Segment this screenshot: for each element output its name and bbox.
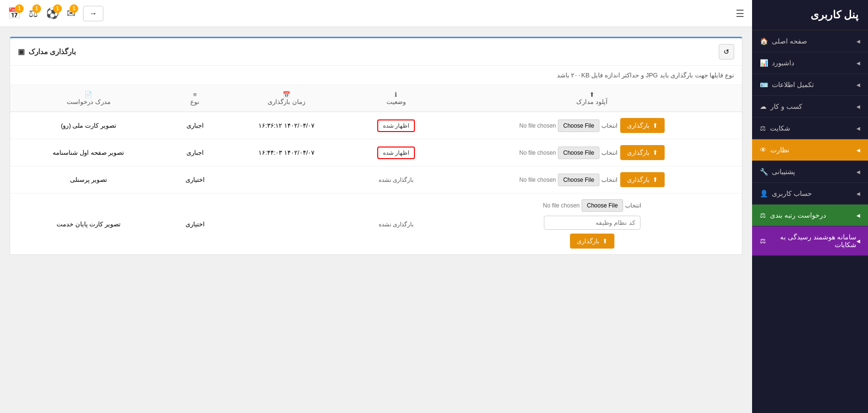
sidebar-item-account[interactable]: ◀ حساب کاربری 👤: [752, 183, 868, 205]
time-cell-2: ۱۴۰۲/۰۴/۰۷ ۱۶:۴۴:۰۳: [223, 139, 350, 166]
sidebar-item-smart-label: سامانه هوشمند رسیدگی به شکایات: [770, 233, 856, 249]
chevron-icon: ◀: [856, 39, 860, 44]
choose-file-button-4[interactable]: Choose File: [582, 199, 623, 212]
support-icon: 🔧: [760, 168, 768, 176]
card-icon: 🪪: [760, 81, 768, 88]
upload-button-2[interactable]: ⬆ بارگذاری: [620, 145, 665, 160]
calendar-badge: 1: [15, 4, 24, 13]
upload-icon: ⬆: [653, 176, 658, 183]
table-row: ⬆ بارگذاری انتخاب Choose File No file ch…: [10, 112, 742, 139]
file-input-area-3: انتخاب Choose File No file chosen: [519, 174, 617, 186]
status-badge-2: اظهار شده: [377, 147, 415, 159]
sidebar-item-dashboard-label: داشبورد: [772, 59, 794, 67]
star-icon: ⚖: [760, 211, 766, 219]
sidebar-item-support[interactable]: ◀ پشتیبانی 🔧: [752, 161, 868, 183]
type-cell-3: اختیاری: [167, 166, 223, 193]
calendar-icon-btn[interactable]: 📅 1: [8, 7, 21, 20]
type-cell-1: اجباری: [167, 112, 223, 139]
select-label-4: انتخاب: [625, 202, 641, 209]
type-cell-2: اجباری: [167, 139, 223, 166]
time-cell-3: [223, 166, 350, 193]
sidebar-item-business[interactable]: ◀ کسب و کار ☁: [752, 96, 868, 118]
doc-cell-1: تصویر کارت ملی (رو): [10, 112, 167, 139]
col-doc: 📄 مدرک درخواست: [10, 85, 167, 112]
scale-icon-btn[interactable]: ⚖ 1: [28, 7, 38, 20]
status-cell-2: اظهار شده: [350, 139, 442, 166]
upload-btn-label-1: بارگذاری: [627, 122, 650, 129]
upload-button-3[interactable]: ⬆ بارگذاری: [620, 172, 665, 187]
documents-card: ↺ بارگذاری مدارک ▣ نوع فایلها جهت بارگذا…: [10, 37, 742, 255]
status-badge-4: بارگذاری نشده: [379, 221, 413, 228]
select-label-2: انتخاب: [601, 149, 617, 156]
card-header: ↺ بارگذاری مدارک ▣: [10, 38, 742, 66]
chevron-icon: ◀: [856, 169, 860, 175]
chevron-icon: ◀: [856, 126, 860, 131]
main-area: ☰ → ✉ 1 ⚽ 1 ⚖ 1 📅 1: [0, 0, 752, 413]
status-badge-1: اظهار شده: [377, 119, 415, 132]
mail-icon-btn[interactable]: ✉ 1: [67, 7, 75, 20]
table-row: ⬆ بارگذاری انتخاب Choose File No file ch…: [10, 166, 742, 193]
chevron-icon: ◀: [856, 238, 860, 244]
no-file-text-2: No file chosen: [519, 149, 556, 156]
back-button[interactable]: →: [83, 6, 103, 21]
no-file-text-1: No file chosen: [519, 122, 556, 129]
col-type-label: نوع: [190, 98, 199, 105]
sidebar-item-business-label: کسب و کار: [770, 103, 802, 110]
file-input-area-4: انتخاب Choose File No file chosen: [543, 199, 641, 212]
upload-cell-3: ⬆ بارگذاری انتخاب Choose File No file ch…: [442, 166, 742, 193]
sidebar-item-complaint[interactable]: ◀ شکایت ⚖: [752, 118, 868, 139]
chevron-icon: ◀: [856, 191, 860, 196]
documents-table: ⬆ آپلود مدارک ℹ وضعیت 📅 زمان بارگذاری: [10, 85, 742, 254]
page-content: ↺ بارگذاری مدارک ▣ نوع فایلها جهت بارگذا…: [0, 27, 752, 413]
sidebar-item-complete-info[interactable]: ◀ تکمیل اطلاعات 🪪: [752, 74, 868, 96]
sidebar-item-rating[interactable]: ◀ درخواست رتبه بندی ⚖: [752, 205, 868, 226]
user-icon: 👤: [760, 190, 768, 197]
sidebar: پنل کاربری ◀ صفحه اصلی 🏠 ◀ داشبورد 📊 ◀ ت…: [752, 0, 868, 413]
upload-cell-2: ⬆ بارگذاری انتخاب Choose File No file ch…: [442, 139, 742, 166]
upload-button-4[interactable]: ⬆ بارگذاری: [570, 234, 614, 249]
complaint-icon: ⚖: [760, 124, 766, 132]
doc-cell-3: تصویر پرسنلی: [10, 166, 167, 193]
soccer-badge: 1: [53, 4, 62, 13]
upload-btn-label-3: بارگذاری: [627, 176, 650, 183]
chevron-icon: ◀: [856, 60, 860, 66]
doc-cell-2: تصویر صفحه اول شناسنامه: [10, 139, 167, 166]
status-badge-3: بارگذاری نشده: [379, 177, 413, 183]
chevron-icon: ◀: [856, 82, 860, 88]
sidebar-item-home-label: صفحه اصلی: [772, 37, 807, 45]
upload-icon: ⬆: [602, 237, 608, 245]
card-title: بارگذاری مدارک ▣: [18, 47, 76, 56]
sidebar-item-smart-complaints[interactable]: ◀ سامانه هوشمند رسیدگی به شکایات ⚖: [752, 226, 868, 256]
sidebar-item-nazaret-label: نظارت: [770, 146, 789, 154]
sidebar-item-rating-label: درخواست رتبه بندی: [770, 211, 826, 219]
file-input-area-2: انتخاب Choose File No file chosen: [519, 147, 617, 159]
upload-btn-label-4: بارگذاری: [577, 237, 599, 245]
sidebar-item-dashboard[interactable]: ◀ داشبورد 📊: [752, 52, 868, 74]
refresh-button[interactable]: ↺: [719, 44, 734, 59]
chevron-icon: ◀: [856, 213, 860, 218]
choose-file-button-1[interactable]: Choose File: [558, 119, 599, 132]
upload-button-1[interactable]: ⬆ بارگذاری: [620, 118, 665, 133]
sidebar-item-nazaret[interactable]: ◀ نظارت 👁: [752, 139, 868, 161]
choose-file-button-2[interactable]: Choose File: [558, 147, 599, 159]
time-cell-1: ۱۴۰۲/۰۴/۰۷ ۱۶:۳۶:۱۲: [223, 112, 350, 139]
time-cell-4: [223, 193, 350, 255]
topbar: ☰ → ✉ 1 ⚽ 1 ⚖ 1 📅 1: [0, 0, 752, 27]
sidebar-item-support-label: پشتیبانی: [772, 168, 795, 176]
upload-btn-label-2: بارگذاری: [627, 149, 650, 156]
status-cell-3: بارگذاری نشده: [350, 166, 442, 193]
task-code-input[interactable]: [544, 216, 640, 230]
hamburger-icon[interactable]: ☰: [736, 8, 744, 19]
upload-area-complex: انتخاب Choose File No file chosen ⬆ بارگ…: [447, 199, 737, 249]
doc-cell-4: تصویر کارت پایان خدمت: [10, 193, 167, 255]
col-doc-label: مدرک درخواست: [67, 98, 111, 105]
sidebar-item-complaint-label: شکایت: [770, 124, 790, 132]
soccer-icon-btn[interactable]: ⚽ 1: [46, 7, 59, 20]
choose-file-button-3[interactable]: Choose File: [558, 174, 599, 186]
upload-cell-4: انتخاب Choose File No file chosen ⬆ بارگ…: [442, 193, 742, 255]
sidebar-item-home[interactable]: ◀ صفحه اصلی 🏠: [752, 30, 868, 52]
upload-icon: ⬆: [653, 122, 658, 129]
mail-badge: 1: [70, 4, 78, 13]
smart-icon: ⚖: [760, 237, 766, 245]
no-file-text-3: No file chosen: [519, 177, 556, 183]
